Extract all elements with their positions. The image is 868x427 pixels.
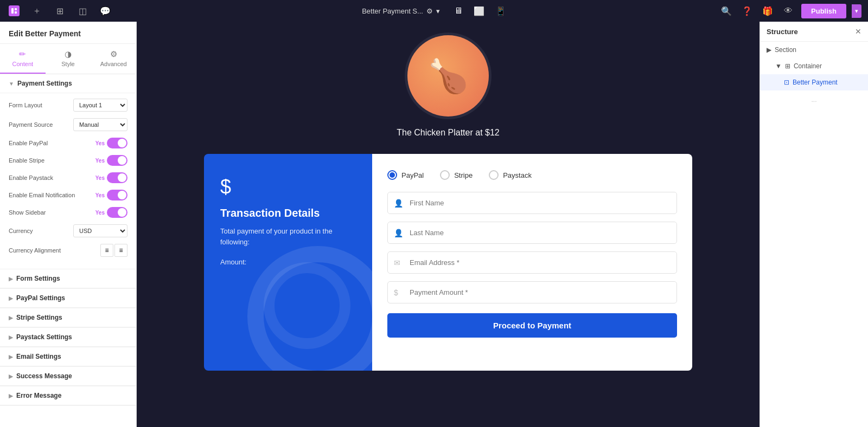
desktop-device-btn[interactable]: 🖥 [450, 4, 467, 18]
enable-paypal-toggle[interactable] [107, 138, 127, 148]
last-name-input[interactable] [387, 222, 677, 244]
preview-icon[interactable]: 👁 [781, 3, 796, 18]
enable-email-row: Enable Email Notification Yes [9, 190, 127, 200]
publish-chevron-button[interactable]: ▾ [852, 4, 861, 18]
tab-advanced[interactable]: ⚙ Advanced [91, 44, 136, 74]
paystack-settings-chevron: ▶ [9, 334, 13, 340]
paystack-method[interactable]: Paystack [489, 170, 532, 180]
stripe-settings-label: Stripe Settings [16, 314, 62, 321]
proceed-to-payment-button[interactable]: Proceed to Payment [387, 313, 677, 338]
payment-amount-input[interactable] [387, 281, 677, 303]
stripe-settings-chevron: ▶ [9, 315, 13, 321]
error-message-chevron: ▶ [9, 393, 13, 399]
transaction-description: Total payment of your product in the fol… [220, 226, 356, 247]
paypal-radio-fill [390, 172, 395, 178]
svg-rect-2 [15, 8, 17, 10]
style-tab-label: Style [61, 61, 74, 67]
enable-email-toggle-wrap: Yes [95, 190, 127, 200]
enable-email-value: Yes [95, 192, 105, 198]
publish-button[interactable]: Publish [801, 4, 846, 18]
enable-paystack-value: Yes [95, 175, 105, 181]
show-sidebar-toggle[interactable] [107, 207, 127, 218]
tablet-device-btn[interactable]: ⬜ [469, 4, 489, 18]
first-name-input[interactable] [387, 192, 677, 214]
first-name-icon: 👤 [394, 199, 403, 208]
paystack-radio[interactable] [489, 170, 499, 180]
email-settings-header[interactable]: ▶ Email Settings [0, 347, 136, 366]
enable-email-label: Enable Email Notification [9, 192, 75, 198]
enable-paypal-value: Yes [95, 140, 105, 146]
help-icon[interactable]: ❓ [739, 3, 755, 18]
stripe-settings-section: ▶ Stripe Settings [0, 308, 136, 328]
stripe-method[interactable]: Stripe [440, 170, 473, 180]
payment-settings-title: Payment Settings [17, 80, 72, 87]
layers-icon[interactable]: ◫ [75, 3, 90, 18]
enable-stripe-toggle[interactable] [107, 155, 127, 166]
food-image: 🍗 [407, 35, 489, 117]
structure-better-payment-icon: ⊡ [784, 79, 789, 86]
chat-icon[interactable]: 💬 [98, 3, 113, 18]
payment-source-select[interactable]: Manual [73, 118, 127, 131]
site-name-button[interactable]: Better Payment S... ⚙ ▾ [358, 5, 444, 17]
align-right-button[interactable]: ≡ [114, 244, 127, 257]
proceed-label: Proceed to Payment [493, 321, 571, 330]
food-title: The Chicken Platter at $12 [397, 128, 499, 138]
structure-title: Structure [767, 28, 798, 36]
paypal-settings-header[interactable]: ▶ PayPal Settings [0, 289, 136, 308]
stripe-radio[interactable] [440, 170, 450, 180]
last-name-wrap: 👤 [387, 222, 677, 244]
success-message-header[interactable]: ▶ Success Message [0, 367, 136, 386]
structure-container-item[interactable]: ▼ ⊞ Container [760, 58, 868, 74]
elementor-logo-icon[interactable] [7, 3, 22, 18]
error-message-header[interactable]: ▶ Error Message [0, 386, 136, 405]
panel-title: Edit Better Payment [9, 29, 81, 38]
currency-align-buttons: ≡ ≡ [100, 244, 127, 257]
paystack-label: Paystack [503, 171, 532, 179]
enable-paypal-label: Enable PayPal [9, 140, 48, 146]
align-left-button[interactable]: ≡ [100, 244, 113, 257]
amount-label: Amount: [220, 258, 356, 266]
paypal-method[interactable]: PayPal [387, 170, 424, 180]
payment-section: $ Transaction Details Total payment of y… [204, 154, 692, 371]
gift-icon[interactable]: 🎁 [760, 3, 775, 18]
enable-paypal-row: Enable PayPal Yes [9, 138, 127, 148]
mobile-device-btn[interactable]: 📱 [491, 4, 510, 18]
add-icon[interactable]: ＋ [29, 3, 44, 18]
top-bar: ＋ ⊞ ◫ 💬 Better Payment S... ⚙ ▾ 🖥 ⬜ 📱 🔍 … [0, 0, 868, 22]
tab-content[interactable]: ✏ Content [0, 44, 46, 74]
structure-better-payment-label: Better Payment [793, 79, 838, 86]
search-icon[interactable]: 🔍 [719, 3, 734, 18]
advanced-tab-icon: ⚙ [110, 49, 117, 59]
paypal-settings-section: ▶ PayPal Settings [0, 289, 136, 308]
structure-close-button[interactable]: ✕ [855, 27, 861, 36]
payment-source-label: Payment Source [9, 121, 53, 128]
enable-paystack-toggle[interactable] [107, 172, 127, 183]
top-bar-right: 🔍 ❓ 🎁 👁 Publish ▾ [719, 3, 861, 18]
enable-email-toggle[interactable] [107, 190, 127, 200]
email-input[interactable] [387, 251, 677, 274]
tab-style[interactable]: ◑ Style [46, 44, 91, 74]
payment-methods: PayPal Stripe Paystack [387, 170, 677, 180]
device-icons: 🖥 ⬜ 📱 [450, 4, 510, 18]
form-layout-select[interactable]: Layout 1 [73, 99, 127, 112]
show-sidebar-value: Yes [95, 210, 105, 216]
history-icon[interactable]: ⊞ [52, 3, 67, 18]
paypal-radio[interactable] [387, 170, 397, 180]
stripe-settings-header[interactable]: ▶ Stripe Settings [0, 308, 136, 327]
email-settings-section: ▶ Email Settings [0, 347, 136, 367]
structure-section-item[interactable]: ▶ Section [760, 42, 868, 58]
style-tab-icon: ◑ [65, 49, 72, 59]
left-panel: Edit Better Payment ✏ Content ◑ Style ⚙ … [0, 22, 137, 427]
enable-stripe-row: Enable Stripe Yes [9, 155, 127, 166]
structure-panel: Structure ✕ ▶ Section ▼ ⊞ Container ⊡ Be… [760, 22, 868, 427]
paypal-label: PayPal [401, 171, 424, 179]
paystack-settings-header[interactable]: ▶ Paystack Settings [0, 328, 136, 347]
payment-amount-icon: $ [394, 288, 398, 297]
payment-settings-header[interactable]: ▼ Payment Settings [0, 74, 136, 93]
currency-row: Currency USD [9, 224, 127, 237]
form-settings-header[interactable]: ▶ Form Settings [0, 269, 136, 288]
currency-select[interactable]: USD [73, 224, 127, 237]
enable-stripe-value: Yes [95, 158, 105, 164]
email-settings-chevron: ▶ [9, 354, 13, 360]
structure-better-payment-item[interactable]: ⊡ Better Payment [760, 74, 868, 90]
